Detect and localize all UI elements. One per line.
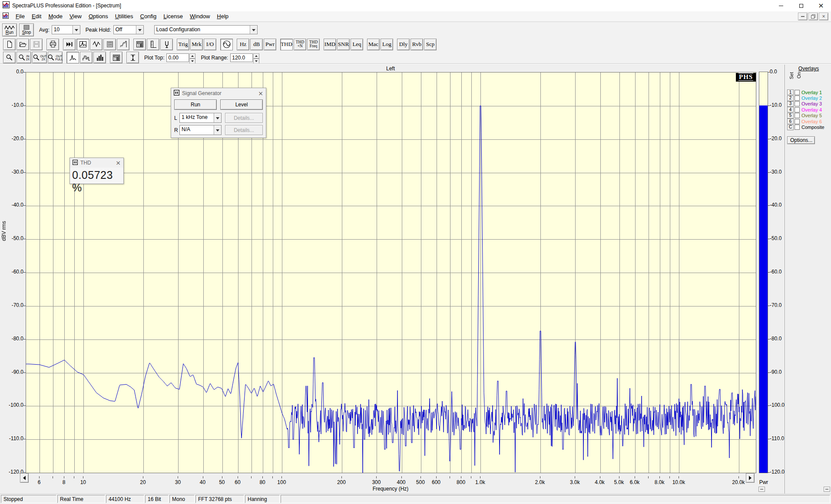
menu-license[interactable]: License bbox=[160, 12, 186, 21]
toolbar-button-thd[interactable]: THD bbox=[280, 39, 293, 50]
toolbar-button-leq[interactable]: Leq bbox=[351, 39, 363, 50]
plot-top-spinner[interactable] bbox=[189, 53, 195, 62]
scroll-right-button[interactable] bbox=[746, 473, 755, 483]
overlay-on-checkbox[interactable] bbox=[795, 96, 800, 101]
left-details-button[interactable]: Details... bbox=[225, 113, 263, 123]
toolbar-button-surface-view[interactable] bbox=[117, 39, 129, 50]
avg-select[interactable]: 10 bbox=[52, 25, 80, 34]
toolbar-button-time-series-view[interactable] bbox=[90, 39, 103, 50]
toolbar-button-macros[interactable]: Mac bbox=[367, 39, 380, 50]
chevron-down-icon[interactable] bbox=[214, 113, 221, 122]
resize-grip[interactable] bbox=[824, 487, 830, 492]
menu-edit[interactable]: Edit bbox=[28, 12, 45, 21]
menu-file[interactable]: File bbox=[12, 12, 28, 21]
toolbar-button-amplitude-scale[interactable] bbox=[126, 52, 139, 63]
toolbar-button-display-settings[interactable] bbox=[133, 39, 146, 50]
toolbar-button-snr[interactable]: SNR bbox=[337, 39, 350, 50]
toolbar-button-reverb[interactable]: Rvb bbox=[411, 39, 423, 50]
overlays-options-button[interactable]: Options... bbox=[787, 136, 815, 144]
overlay-on-checkbox[interactable] bbox=[795, 101, 800, 106]
load-configuration-select[interactable]: Load Configuration bbox=[154, 25, 258, 34]
toolbar-button-io-device[interactable]: I/O bbox=[204, 39, 216, 50]
signal-generator-titlebar[interactable]: Signal Generator × bbox=[171, 88, 266, 98]
plot-range-spinner[interactable] bbox=[253, 53, 259, 62]
spectrum-plot[interactable] bbox=[26, 72, 756, 473]
overlay-set-button-1[interactable]: 1 bbox=[787, 89, 794, 95]
toolbar-button-power-units[interactable]: Pwr bbox=[264, 39, 276, 50]
overlay-on-checkbox[interactable] bbox=[795, 107, 800, 112]
menu-window[interactable]: Window bbox=[186, 12, 213, 21]
plot-range-input[interactable] bbox=[230, 53, 253, 62]
plot-top-input[interactable] bbox=[166, 53, 189, 62]
peak-hold-select[interactable]: Off bbox=[113, 25, 144, 34]
overlay-on-checkbox[interactable] bbox=[795, 113, 800, 118]
toolbar-button-amplitude-units[interactable]: dB bbox=[250, 39, 263, 50]
toolbar-button-save-file[interactable] bbox=[30, 39, 43, 50]
overlay-set-button-6[interactable]: 6 bbox=[787, 119, 794, 124]
toolbar-button-logging[interactable]: Log bbox=[381, 39, 393, 50]
menu-options[interactable]: Options bbox=[85, 12, 112, 21]
close-icon[interactable]: × bbox=[258, 90, 263, 97]
close-button[interactable]: × bbox=[811, 0, 831, 11]
toolbar-button-step-plot[interactable] bbox=[80, 52, 93, 63]
toolbar-button-display-options[interactable] bbox=[110, 52, 122, 63]
toolbar-button-signal-generator[interactable] bbox=[220, 39, 233, 50]
overlay-set-button-4[interactable]: 4 bbox=[787, 107, 794, 112]
thd-window[interactable]: THD × 0.05723 % bbox=[70, 158, 124, 184]
toolbar-button-thd-freq[interactable]: THD Freq bbox=[307, 39, 320, 50]
right-signal-select[interactable]: N/A bbox=[179, 125, 222, 135]
overlay-set-button-c[interactable]: C bbox=[787, 125, 794, 130]
toolbar-button-calibration[interactable] bbox=[160, 39, 173, 50]
mdi-minimize-button[interactable] bbox=[798, 13, 808, 20]
toolbar-button-spectrum-view[interactable] bbox=[76, 39, 89, 50]
scroll-left-button[interactable] bbox=[20, 473, 29, 483]
toolbar-button-new-file[interactable] bbox=[3, 39, 16, 50]
menu-mode[interactable]: Mode bbox=[45, 12, 66, 21]
overlay-on-checkbox[interactable] bbox=[795, 119, 800, 124]
toolbar-button-zoom-in-2x[interactable]: IN 2X bbox=[17, 52, 31, 63]
toolbar-button-spectrogram-view[interactable] bbox=[103, 39, 116, 50]
chevron-down-icon[interactable] bbox=[73, 26, 80, 34]
toolbar-button-frequency-units[interactable]: Hz bbox=[237, 39, 249, 50]
overlay-set-button-5[interactable]: 5 bbox=[787, 113, 794, 119]
toolbar-button-zoom-out-full[interactable]: OUT FULL bbox=[48, 52, 63, 63]
chevron-down-icon[interactable] bbox=[250, 26, 257, 34]
right-details-button[interactable]: Details... bbox=[225, 125, 263, 135]
signal-generator-window[interactable]: Signal Generator × Run Level L 1 kHz Ton… bbox=[171, 88, 266, 138]
menu-view[interactable]: View bbox=[66, 12, 85, 21]
resize-grip[interactable] bbox=[758, 487, 765, 492]
thd-titlebar[interactable]: THD × bbox=[70, 158, 123, 168]
toolbar-button-imd[interactable]: IMD bbox=[324, 39, 336, 50]
toolbar-button-bar-plot[interactable] bbox=[93, 52, 106, 63]
generator-run-button[interactable]: Run bbox=[174, 99, 217, 110]
mdi-close-button[interactable]: × bbox=[819, 13, 828, 20]
menu-utilities[interactable]: Utilities bbox=[112, 12, 137, 21]
overlay-set-button-3[interactable]: 3 bbox=[787, 101, 794, 107]
toolbar-button-delay-finder[interactable]: Dly bbox=[397, 39, 410, 50]
mdi-restore-button[interactable] bbox=[808, 13, 818, 20]
menu-help[interactable]: Help bbox=[213, 12, 232, 21]
overlay-on-checkbox[interactable] bbox=[795, 90, 800, 95]
maximize-button[interactable] bbox=[791, 0, 811, 11]
toolbar-button-open-file[interactable] bbox=[17, 39, 29, 50]
toolbar-button-line-plot[interactable] bbox=[66, 52, 79, 63]
toolbar-button-print[interactable] bbox=[46, 39, 59, 50]
menu-config[interactable]: Config bbox=[137, 12, 160, 21]
toolbar-button-scaling[interactable] bbox=[147, 39, 159, 50]
chevron-down-icon[interactable] bbox=[136, 26, 143, 34]
close-icon[interactable]: × bbox=[116, 159, 121, 166]
toolbar-button-thd-plus-n[interactable]: THD +N bbox=[294, 39, 306, 50]
toolbar-button-zoom[interactable] bbox=[3, 52, 16, 63]
toolbar-button-restart-averaging[interactable] bbox=[63, 39, 76, 50]
generator-level-button[interactable]: Level bbox=[220, 99, 263, 110]
toolbar-button-markers[interactable]: Mrk bbox=[190, 39, 203, 50]
toolbar-button-scope[interactable]: Scp bbox=[424, 39, 437, 50]
run-button[interactable]: Run bbox=[2, 23, 17, 36]
left-signal-select[interactable]: 1 kHz Tone bbox=[179, 113, 222, 123]
overlay-on-checkbox[interactable] bbox=[795, 125, 800, 130]
minimize-button[interactable] bbox=[771, 0, 791, 11]
overlay-set-button-2[interactable]: 2 bbox=[787, 96, 794, 101]
stop-button[interactable]: Stop bbox=[19, 23, 34, 36]
toolbar-button-zoom-out-2x[interactable]: OUT 2X bbox=[32, 52, 47, 63]
toolbar-button-triggering[interactable]: Trig bbox=[177, 39, 189, 50]
